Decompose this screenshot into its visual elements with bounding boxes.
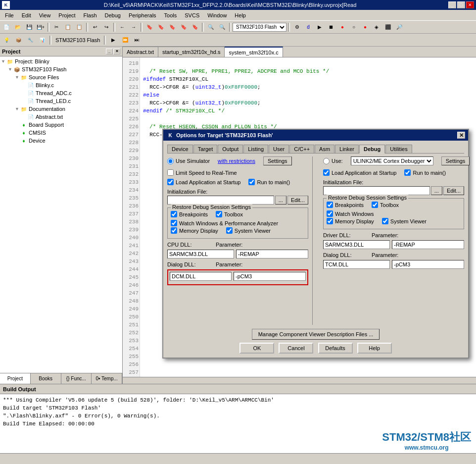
memory-check[interactable] bbox=[171, 227, 177, 234]
tree-device[interactable]: ♦ Device bbox=[1, 137, 121, 145]
tab-temp[interactable]: 0• Temp... bbox=[92, 373, 122, 384]
run-main-check[interactable] bbox=[248, 179, 255, 185]
run-btn[interactable]: ▶ bbox=[314, 22, 325, 32]
tab-books[interactable]: Books bbox=[31, 373, 61, 384]
close-btn[interactable]: ✕ bbox=[466, 1, 474, 8]
dialog-close-btn[interactable]: ✕ bbox=[457, 132, 465, 139]
tb2-btn7[interactable]: ⏭ bbox=[132, 35, 143, 45]
link-text-item[interactable]: with restrictions bbox=[218, 158, 255, 164]
r-browse-btn[interactable]: ... bbox=[431, 186, 442, 195]
open-btn[interactable]: 📂 bbox=[12, 22, 23, 32]
nav-back-btn[interactable]: ← bbox=[117, 22, 128, 32]
cancel-btn[interactable]: Cancel bbox=[279, 343, 313, 354]
defaults-btn[interactable]: Defaults bbox=[318, 343, 353, 354]
tab-user[interactable]: User bbox=[269, 145, 289, 153]
radio-simulator[interactable]: Use Simulator bbox=[167, 158, 210, 164]
left-settings-btn[interactable]: Settings bbox=[263, 156, 292, 165]
cut-btn[interactable]: ✂ bbox=[51, 22, 62, 32]
paste-btn[interactable]: 📋 bbox=[74, 22, 85, 32]
tree-blinky[interactable]: 📄 Blinky.c bbox=[1, 81, 121, 89]
use-combo[interactable]: ULINK2/ME Cortex Debugger bbox=[351, 156, 433, 165]
tab-cpp[interactable]: C/C++ bbox=[289, 145, 314, 153]
r-memory-check[interactable] bbox=[327, 218, 333, 224]
driver-param-input[interactable] bbox=[392, 240, 464, 249]
tb2-btn3[interactable]: 🔧 bbox=[25, 35, 36, 45]
menu-debug[interactable]: Debug bbox=[101, 11, 125, 19]
dialog-param-input[interactable] bbox=[234, 272, 306, 281]
sysviewer-check[interactable] bbox=[226, 227, 233, 234]
menu-window[interactable]: Window bbox=[203, 11, 231, 19]
tab-project[interactable]: Project bbox=[0, 373, 31, 384]
menu-file[interactable]: File bbox=[1, 11, 18, 19]
tree-target[interactable]: ▼ 📦 STM32F103 Flash bbox=[1, 65, 121, 73]
edit-btn[interactable]: Edit... bbox=[287, 196, 308, 205]
breakpoints-check[interactable] bbox=[171, 211, 177, 217]
tree-cmsis[interactable]: ♦ CMSIS bbox=[1, 129, 121, 137]
tree-documentation[interactable]: ▼ 📁 Documentation bbox=[1, 105, 121, 113]
menu-help[interactable]: Help bbox=[231, 11, 250, 19]
tab-abstract[interactable]: Abstract.txt bbox=[123, 47, 158, 57]
red-btn2[interactable]: ● bbox=[360, 22, 371, 32]
menu-svcs[interactable]: SVCS bbox=[181, 11, 203, 19]
target-combo[interactable]: STM32F103 Flash bbox=[233, 23, 286, 32]
r-sysviewer-check[interactable] bbox=[382, 218, 388, 224]
tab-linker[interactable]: Linker bbox=[335, 145, 359, 153]
bookmark4-btn[interactable]: 🔖 bbox=[178, 22, 189, 32]
menu-edit[interactable]: Edit bbox=[18, 11, 35, 19]
manage-component-btn[interactable]: Manage Component Viewer Description File… bbox=[252, 329, 380, 340]
ok-btn[interactable]: OK bbox=[239, 343, 274, 354]
r-breakpoints-check[interactable] bbox=[327, 202, 333, 208]
bookmark-btn[interactable]: 🔖 bbox=[144, 22, 155, 32]
r-watch-check[interactable] bbox=[327, 210, 333, 217]
tab-utilities[interactable]: Utilities bbox=[385, 145, 412, 153]
bookmark2-btn[interactable]: 🔖 bbox=[155, 22, 166, 32]
r-toolbox-check[interactable] bbox=[372, 202, 378, 208]
dialog-dll-input[interactable] bbox=[170, 272, 232, 281]
menu-peripherals[interactable]: Peripherals bbox=[125, 11, 160, 19]
toolbox-check[interactable] bbox=[216, 211, 222, 217]
circle-btn[interactable]: ○ bbox=[348, 22, 359, 32]
maximize-btn[interactable]: □ bbox=[457, 1, 465, 8]
init-file-input[interactable] bbox=[167, 196, 274, 205]
tree-board-support[interactable]: ♦ Board Support bbox=[1, 121, 121, 129]
tree-source-files[interactable]: ▼ 📁 Source Files bbox=[1, 73, 121, 81]
red-btn1[interactable]: ● bbox=[337, 22, 348, 32]
copy-btn[interactable]: 📋 bbox=[62, 22, 73, 32]
save-btn[interactable]: 💾 bbox=[24, 22, 35, 32]
r-dialog-param-input[interactable] bbox=[392, 260, 464, 269]
tab-output[interactable]: Output bbox=[218, 145, 243, 153]
cpu-param-input[interactable] bbox=[236, 250, 308, 258]
misc-btn1[interactable]: ◈ bbox=[371, 22, 382, 32]
misc-btn2[interactable]: ⬛ bbox=[382, 22, 393, 32]
tb2-btn2[interactable]: 📦 bbox=[13, 35, 24, 45]
menu-tools[interactable]: Tools bbox=[160, 11, 181, 19]
tab-asm[interactable]: Asm bbox=[315, 145, 334, 153]
search-icon[interactable]: 🔎 bbox=[394, 22, 405, 32]
tb2-btn5[interactable]: ▶ bbox=[108, 35, 119, 45]
load-app-check[interactable] bbox=[167, 179, 174, 185]
right-settings-btn[interactable]: Settings bbox=[441, 156, 470, 165]
menu-project[interactable]: Project bbox=[54, 11, 79, 19]
menu-flash[interactable]: Flash bbox=[80, 11, 101, 19]
r-init-file-input[interactable] bbox=[323, 186, 430, 195]
menu-view[interactable]: View bbox=[35, 11, 55, 19]
panel-close-icon[interactable]: ✕ bbox=[113, 49, 120, 54]
redo-btn[interactable]: ↪ bbox=[101, 22, 112, 32]
r-load-app-check[interactable] bbox=[323, 169, 330, 176]
bookmark5-btn[interactable]: 🔖 bbox=[190, 22, 200, 32]
driver-dll-input[interactable] bbox=[323, 240, 390, 249]
tab-listing[interactable]: Listing bbox=[243, 145, 268, 153]
tab-device[interactable]: Device bbox=[167, 145, 193, 153]
r-dialog-dll-input[interactable] bbox=[323, 260, 390, 269]
cpu-dll-input[interactable] bbox=[167, 250, 234, 258]
find2-btn[interactable]: 🔍 bbox=[217, 22, 228, 32]
save-all-btn[interactable]: 💾+ bbox=[35, 22, 46, 32]
tree-project-root[interactable]: ▼ 📁 Project: Blinky bbox=[1, 57, 121, 65]
limit-speed-check[interactable] bbox=[167, 169, 174, 176]
nav-fwd-btn[interactable]: → bbox=[128, 22, 139, 32]
watch-check[interactable] bbox=[171, 220, 177, 226]
tab-debug[interactable]: Debug bbox=[359, 145, 385, 154]
r-run-main-check[interactable] bbox=[404, 169, 411, 176]
radio-use[interactable]: Use: bbox=[323, 158, 343, 164]
tb2-btn1[interactable]: 💡 bbox=[1, 35, 12, 45]
